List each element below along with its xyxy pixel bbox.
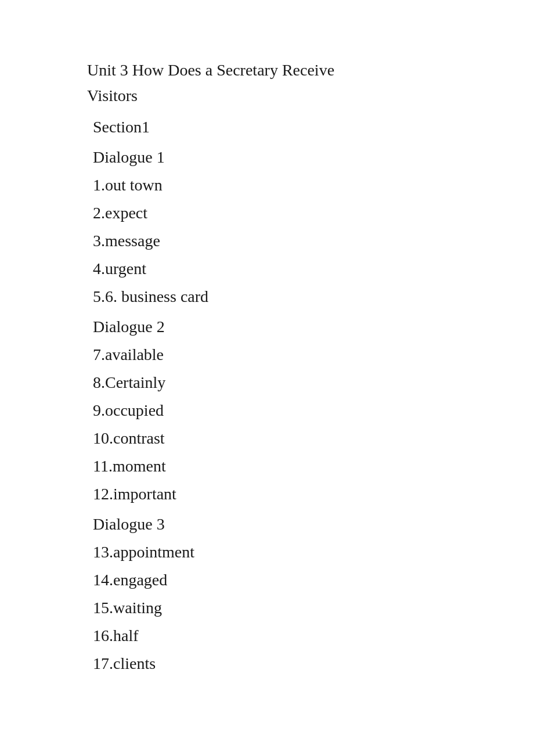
page-content: Unit 3 How Does a Secretary Receive Visi… <box>87 58 499 676</box>
list-item: 3.message <box>87 229 499 253</box>
list-item: 4.urgent <box>87 257 499 281</box>
title-line2: Visitors <box>87 84 499 108</box>
list-item: 1.out town <box>87 173 499 197</box>
list-item: 10.contrast <box>87 426 499 451</box>
list-item: 2.expect <box>87 201 499 225</box>
list-item: 7.available <box>87 343 499 367</box>
list-item: 11.moment <box>87 454 499 478</box>
list-item: 12.important <box>87 482 499 506</box>
dialogue1-heading: Dialogue 1 <box>87 145 499 170</box>
list-item: 8.Certainly <box>87 370 499 395</box>
dialogue3-heading: Dialogue 3 <box>87 512 499 537</box>
list-item: 15.waiting <box>87 596 499 620</box>
list-item: 5.6. business card <box>87 285 499 309</box>
unit-title: Unit 3 How Does a Secretary Receive Visi… <box>87 58 499 108</box>
title-line1: Unit 3 How Does a Secretary Receive <box>87 58 499 82</box>
list-item: 9.occupied <box>87 398 499 423</box>
list-item: 16.half <box>87 624 499 648</box>
content-list: Section1 Dialogue 1 1.out town 2.expect … <box>87 115 499 676</box>
list-item: 13.appointment <box>87 540 499 564</box>
dialogue2-heading: Dialogue 2 <box>87 315 499 339</box>
list-item: 17.clients <box>87 651 499 676</box>
list-item: 14.engaged <box>87 568 499 592</box>
section1-heading: Section1 <box>87 115 499 139</box>
